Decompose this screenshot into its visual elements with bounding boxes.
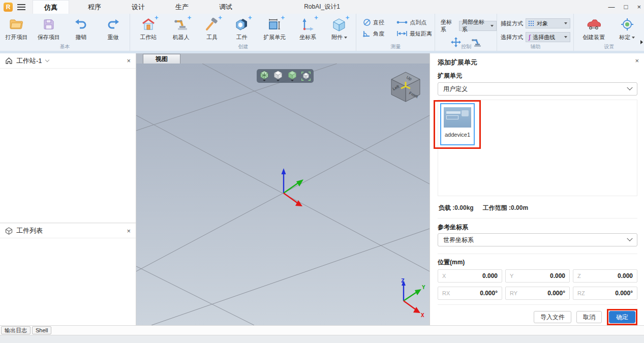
- undo-button[interactable]: 撤销: [65, 17, 97, 41]
- left-sidebar: 工作站-1 × 工件列表 ×: [0, 53, 136, 325]
- rx-field[interactable]: RX 0.000°: [438, 287, 502, 300]
- ribbon-group-settings: 创建装置 标定 设置: [574, 14, 644, 51]
- cancel-button[interactable]: 取消: [576, 311, 602, 323]
- triad-z-label: Z: [401, 277, 405, 284]
- reference-frame-section-label: 参考坐标系: [438, 223, 468, 232]
- rz-field[interactable]: RZ 0.000°: [573, 287, 637, 300]
- redo-button[interactable]: 重做: [98, 17, 129, 41]
- menu-tab-production[interactable]: 生产: [164, 0, 200, 14]
- shell-tab[interactable]: Shell: [32, 326, 51, 334]
- ribbon-group-basic: 打开项目 保存项目 撤销: [0, 14, 130, 51]
- calibrate-dropdown-caret-icon: [632, 37, 635, 39]
- load-info: 负载 :0.00kg: [439, 204, 474, 212]
- ribbon-tool-button[interactable]: + 工具: [199, 17, 225, 41]
- coordinate-system-select[interactable]: 局部坐标系: [459, 21, 497, 31]
- calibrate-button[interactable]: 标定: [614, 17, 641, 41]
- add-extension-unit-panel: 添加扩展单元 × 扩展单元 用户定义 addevice1 负载 :0.00kg …: [430, 53, 644, 325]
- snap-mode-select[interactable]: 对象: [526, 18, 570, 28]
- ribbon-attachment-button[interactable]: + 附件: [325, 17, 353, 41]
- pill-caret-icon: [263, 80, 266, 81]
- dropdown-caret-icon: [490, 25, 494, 27]
- rotation-row: RX 0.000° RY 0.000° RZ 0.000°: [438, 287, 637, 300]
- x-field[interactable]: X 0.000: [438, 269, 502, 283]
- dropdown-caret-icon: [564, 22, 567, 24]
- device-info-text: 负载 :0.00kg 工作范围 :0.00m: [439, 204, 528, 212]
- measure-shortest-distance-button[interactable]: 最短距离: [396, 29, 432, 38]
- divider: [438, 218, 637, 219]
- shaded-green-cube-icon: [288, 71, 297, 79]
- app-logo-icon[interactable]: R: [4, 3, 13, 12]
- attachment-dropdown-caret-icon: [344, 37, 347, 39]
- ribbon-toolbar: 打开项目 保存项目 撤销: [0, 14, 644, 51]
- divider: [438, 254, 637, 254]
- open-project-button[interactable]: 打开项目: [1, 17, 32, 41]
- viewport-tab-view[interactable]: 视图: [143, 54, 180, 64]
- group-label-create: 创建: [131, 43, 356, 50]
- extension-unit-select[interactable]: 用户定义: [438, 82, 637, 96]
- zoom-fit-button[interactable]: [300, 70, 312, 82]
- reference-frame-select[interactable]: 世界坐标系: [438, 233, 637, 246]
- ribbon-expand-arrow-icon[interactable]: [640, 40, 643, 44]
- select-mode-select[interactable]: ∫ 选择曲线: [526, 32, 570, 42]
- device-thumbnail: [444, 107, 471, 128]
- menu-tab-simulation[interactable]: 仿真: [33, 0, 69, 14]
- ok-button[interactable]: 确定: [609, 311, 635, 323]
- viewport-3d-scene[interactable]: Up Left Front Z Y X: [136, 64, 430, 325]
- device-card-addevice1[interactable]: addevice1: [440, 103, 475, 145]
- panel-close-button[interactable]: ×: [635, 57, 639, 65]
- plus-badge-icon: +: [248, 15, 252, 20]
- parts-list-panel-close-button[interactable]: ×: [127, 227, 131, 235]
- group-label-settings: 设置: [574, 43, 644, 50]
- divider: [438, 304, 637, 305]
- bottom-bar: 输出日志 Shell: [0, 325, 644, 343]
- position-row: X 0.000 Y 0.000 Z 0.000: [438, 269, 637, 283]
- output-log-tab[interactable]: 输出日志: [1, 326, 30, 334]
- view-orientation-button[interactable]: [258, 70, 270, 82]
- plus-badge-icon: +: [218, 15, 222, 20]
- measure-diameter-button[interactable]: 直径: [363, 18, 389, 26]
- pill-caret-icon: [277, 80, 280, 81]
- chevron-down-icon[interactable]: [45, 58, 49, 62]
- display-shaded-button[interactable]: [286, 70, 298, 82]
- menu-tab-design[interactable]: 设计: [120, 0, 157, 14]
- display-solid-button[interactable]: [272, 70, 284, 82]
- triad-y-label: Y: [422, 284, 425, 291]
- viewport-tab-bar: 视图: [136, 53, 430, 64]
- dropdown-caret-icon: [564, 36, 567, 38]
- menu-tab-debug[interactable]: 调试: [207, 0, 244, 14]
- ribbon-frame-button[interactable]: + 坐标系: [293, 17, 323, 41]
- redo-icon: [106, 17, 121, 32]
- y-field[interactable]: Y 0.000: [505, 269, 570, 283]
- ribbon-robot-button[interactable]: + 机器人: [166, 17, 196, 41]
- ribbon-part-button[interactable]: + 工件: [228, 17, 256, 41]
- hamburger-menu-icon[interactable]: [17, 4, 25, 10]
- maximize-button[interactable]: □: [624, 3, 628, 11]
- curve-icon: ∫: [529, 34, 530, 41]
- ribbon-extunit-button[interactable]: + 扩展单元: [258, 17, 291, 41]
- shortest-distance-icon: [396, 30, 408, 37]
- chevron-down-icon: [627, 236, 632, 241]
- minimize-button[interactable]: —: [608, 3, 615, 11]
- ry-field[interactable]: RY 0.000°: [505, 287, 570, 300]
- title-bar: R RobAI_设计1 仿真 程序 设计 生产 调试 — □ ×: [0, 0, 644, 14]
- z-field[interactable]: Z 0.000: [573, 269, 637, 283]
- measure-point-to-point-button[interactable]: 点到点: [396, 18, 426, 26]
- save-project-button[interactable]: 保存项目: [33, 17, 65, 41]
- create-device-button[interactable]: 创建装置: [577, 17, 610, 41]
- ribbon-group-assist: 捕捉方式 对象 选择方式 ∫ 选择曲线 辅助: [498, 14, 574, 51]
- coordinate-system-label: 坐标系: [441, 18, 456, 34]
- fit-view-icon: [301, 72, 311, 81]
- import-file-button[interactable]: 导入文件: [534, 311, 571, 323]
- workstation-panel-close-button[interactable]: ×: [127, 57, 131, 65]
- menu-tab-program[interactable]: 程序: [76, 0, 113, 14]
- annotation-highlight-ok: 确定: [607, 309, 637, 325]
- parts-list-panel-title: 工件列表: [16, 226, 43, 235]
- close-button[interactable]: ×: [637, 3, 641, 11]
- group-label-assist: 辅助: [498, 43, 573, 50]
- ribbon-workstation-button[interactable]: + 工作站: [133, 17, 164, 41]
- measure-angle-button[interactable]: 角度: [363, 29, 389, 38]
- chevron-down-icon: [627, 85, 632, 90]
- snap-grid-icon: [529, 21, 534, 26]
- ribbon-group-create: + 工作站 + 机器人 + 工具: [131, 14, 356, 51]
- device-name-label: addevice1: [445, 132, 470, 138]
